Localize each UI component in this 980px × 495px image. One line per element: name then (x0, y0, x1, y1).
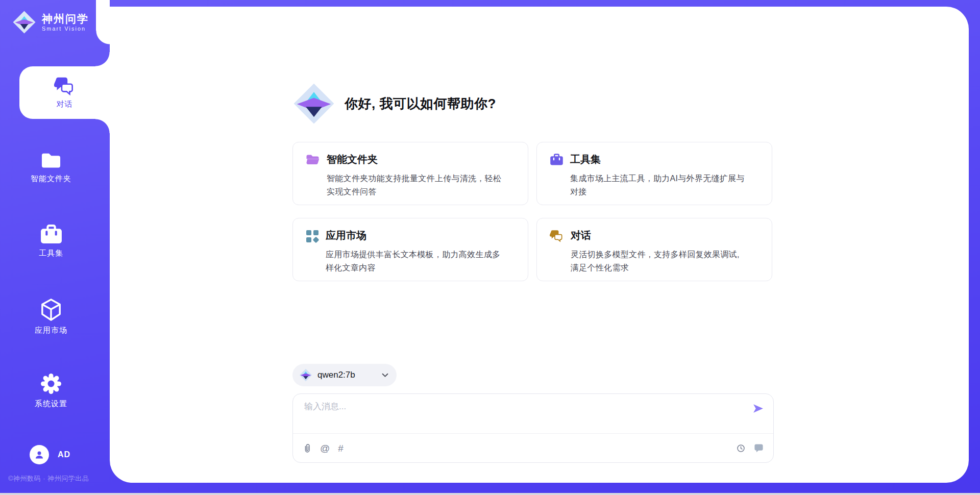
card-description: 应用市场提供丰富长文本模板，助力高效生成多样化文章内容 (326, 248, 503, 275)
sidebar-item-label: 应用市场 (35, 326, 67, 335)
hash-icon: # (338, 443, 344, 453)
sidebar-item-chat[interactable]: 对话 (19, 66, 110, 119)
history-button[interactable] (736, 443, 746, 453)
card-toolset[interactable]: 工具集 集成市场上主流工具，助力AI与外界无缝扩展与对接 (536, 142, 772, 205)
card-description: 集成市场上主流工具，助力AI与外界无缝扩展与对接 (570, 172, 748, 199)
folder-icon (40, 151, 62, 170)
card-title: 智能文件夹 (327, 153, 504, 166)
brand-diamond-icon (292, 82, 335, 125)
window-bottom-edge (0, 493, 980, 495)
user-name: AD (58, 450, 70, 459)
sidebar-item-label: 智能文件夹 (31, 174, 71, 184)
card-description: 灵活切换多模型文件，支持多样回复效果调试, 满足个性化需求 (571, 248, 748, 275)
card-description: 智能文件夹功能支持批量文件上传与清洗，轻松实现文件问答 (327, 172, 504, 199)
brand-diamond-icon (299, 368, 312, 382)
send-icon (752, 403, 764, 414)
card-title: 应用市场 (326, 229, 503, 242)
folder-open-icon (306, 153, 320, 166)
app-root: 神州问学 Smart Vision 对话 智能文件夹 工具集 (0, 0, 980, 495)
copyright: ©神州数码 · 神州问学出品 (8, 474, 89, 483)
sidebar-item-label: 系统设置 (35, 399, 67, 409)
avatar (30, 445, 49, 464)
topic-button[interactable]: # (338, 443, 344, 453)
message-composer: @ # (292, 393, 774, 463)
chat-icon (54, 77, 76, 96)
tab-fillet-bottom (95, 119, 110, 133)
paperclip-icon (303, 443, 312, 454)
attach-file-button[interactable] (303, 443, 312, 454)
composer-toolbar: @ # (293, 434, 773, 462)
greeting-text: 你好, 我可以如何帮助你? (345, 95, 496, 113)
grid-icon (306, 229, 319, 243)
new-chat-button[interactable] (754, 443, 764, 453)
app-logo: 神州问学 Smart Vision (12, 10, 89, 34)
composer-input-area (293, 394, 773, 434)
briefcase-icon (550, 153, 564, 166)
app-subtitle: Smart Vision (42, 26, 89, 32)
send-button[interactable] (752, 403, 764, 416)
feature-cards: 智能文件夹 智能文件夹功能支持批量文件上传与清洗，轻松实现文件问答 工具集 集成… (292, 142, 772, 281)
card-app-market[interactable]: 应用市场 应用市场提供丰富长文本模板，助力高效生成多样化文章内容 (292, 218, 528, 281)
chevron-down-icon (382, 373, 388, 378)
tab-fillet-top (95, 52, 110, 66)
sidebar-item-folders[interactable]: 智能文件夹 (0, 151, 102, 184)
message-input[interactable] (303, 401, 724, 412)
mention-button[interactable]: @ (320, 443, 330, 453)
cube-icon (40, 298, 62, 321)
person-icon (34, 450, 44, 460)
at-icon: @ (320, 443, 330, 453)
model-name: qwen2:7b (317, 370, 355, 380)
comment-icon (754, 443, 764, 453)
app-title: 神州问学 (42, 13, 89, 25)
chat-icon (550, 229, 564, 242)
history-icon (736, 443, 746, 453)
brand-diamond-icon (12, 10, 36, 34)
sidebar-item-market[interactable]: 应用市场 (0, 298, 102, 335)
user-chip[interactable]: AD (30, 445, 70, 464)
card-chat[interactable]: 对话 灵活切换多模型文件，支持多样回复效果调试, 满足个性化需求 (536, 218, 772, 281)
surface-sliver (96, 0, 110, 31)
sidebar-item-label: 工具集 (39, 249, 63, 258)
briefcase-icon (40, 225, 63, 244)
card-title: 对话 (571, 229, 748, 242)
sidebar-item-settings[interactable]: 系统设置 (0, 373, 102, 409)
greeting: 你好, 我可以如何帮助你? (292, 82, 496, 125)
card-smart-folder[interactable]: 智能文件夹 智能文件夹功能支持批量文件上传与清洗，轻松实现文件问答 (292, 142, 528, 205)
sidebar-item-tools[interactable]: 工具集 (0, 225, 102, 258)
sidebar-item-label: 对话 (57, 100, 73, 109)
gear-icon (40, 373, 62, 395)
card-title: 工具集 (570, 153, 748, 166)
main-content: 你好, 我可以如何帮助你? 智能文件夹 智能文件夹功能支持批量文件上传与清洗，轻… (110, 7, 969, 483)
model-selector[interactable]: qwen2:7b (292, 364, 397, 386)
